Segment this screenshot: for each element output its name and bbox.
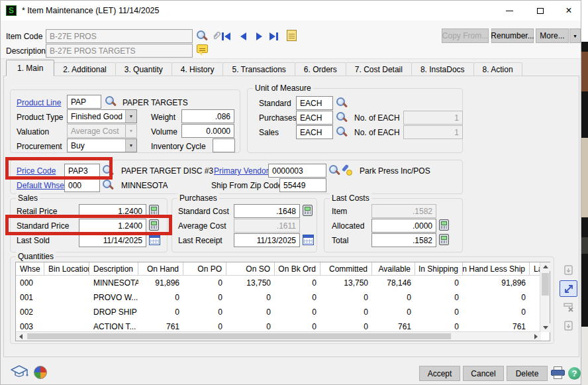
tab-additional[interactable]: 2. Additional bbox=[54, 62, 115, 76]
grid-horizontal-scrollbar[interactable] bbox=[16, 331, 541, 341]
grid-column-header[interactable]: Whse bbox=[16, 262, 44, 275]
grid-column-header[interactable]: Available bbox=[372, 262, 415, 275]
help-button[interactable]: ? bbox=[568, 367, 581, 380]
standard-price-calculator-icon[interactable] bbox=[149, 219, 159, 231]
training-button[interactable] bbox=[10, 364, 28, 383]
scroll-right-button[interactable] bbox=[531, 332, 541, 341]
nav-last-button[interactable] bbox=[267, 30, 280, 42]
tab-action[interactable]: 8. Action bbox=[473, 62, 522, 76]
tab-transactions[interactable]: 5. Transactions bbox=[222, 62, 295, 76]
uom-standard-lookup-icon[interactable] bbox=[336, 97, 348, 109]
grid-column-header[interactable]: On PO bbox=[183, 262, 226, 275]
nav-next-button[interactable] bbox=[252, 30, 266, 42]
uom-standard-field[interactable]: EACH bbox=[296, 96, 333, 110]
close-button[interactable]: × bbox=[556, 1, 582, 21]
last-cost-item-field[interactable]: .1582 bbox=[371, 204, 436, 218]
tab-main[interactable]: 1. Main bbox=[6, 60, 54, 76]
grid-column-header[interactable]: In Shipping bbox=[415, 262, 463, 275]
primary-vendor-lookup-icon[interactable] bbox=[329, 165, 340, 176]
cancel-button[interactable]: Cancel bbox=[463, 366, 504, 381]
description-field[interactable]: B-27E PROS TARGETS bbox=[46, 44, 193, 58]
standard-cost-field[interactable]: .1648 bbox=[234, 204, 300, 218]
retail-price-field[interactable]: 1.2400 bbox=[79, 204, 146, 218]
product-type-dropdown[interactable]: Finished Good▼ bbox=[67, 109, 137, 123]
grid-refresh-button[interactable] bbox=[560, 317, 577, 334]
price-code-field[interactable]: PAP3 bbox=[64, 164, 100, 178]
uom-sales-no-of-field[interactable]: 1 bbox=[403, 125, 463, 139]
default-whse-field[interactable]: 000 bbox=[64, 178, 100, 192]
product-line-link[interactable]: Product Line bbox=[17, 98, 61, 107]
vendor-flashlight-icon[interactable] bbox=[341, 164, 352, 175]
tab-orders[interactable]: 6. Orders bbox=[295, 62, 346, 76]
print-button[interactable] bbox=[550, 366, 566, 380]
total-calculator-icon[interactable] bbox=[439, 234, 449, 245]
primary-vendor-field[interactable]: 0000003 bbox=[268, 164, 326, 178]
last-receipt-field[interactable]: 11/13/2025 bbox=[234, 233, 300, 247]
renumber-button[interactable]: Renumber... bbox=[491, 28, 534, 43]
grid-column-header[interactable]: On Bk Ord bbox=[275, 262, 320, 275]
last-receipt-calendar-icon[interactable] bbox=[303, 235, 314, 245]
dropdown-arrow-icon[interactable]: ▼ bbox=[125, 110, 136, 123]
product-line-lookup-icon[interactable] bbox=[105, 96, 117, 107]
grid-column-header[interactable]: On Hand Less Ship bbox=[463, 262, 530, 275]
total-field[interactable]: .1582 bbox=[371, 233, 436, 247]
grid-paste-button[interactable] bbox=[560, 262, 577, 278]
allocated-field[interactable]: .0000 bbox=[371, 219, 436, 233]
ship-from-zip-field[interactable]: 55449 bbox=[279, 178, 326, 192]
grid-expand-button[interactable] bbox=[560, 280, 577, 297]
grid-row[interactable]: 000MINNESOTA91,896013,750013,75078,14609… bbox=[16, 276, 550, 290]
last-sold-field[interactable]: 11/14/2025 bbox=[79, 233, 146, 247]
nav-first-button[interactable] bbox=[219, 30, 232, 42]
default-whse-lookup-icon[interactable] bbox=[103, 180, 114, 191]
accept-button[interactable]: Accept bbox=[419, 366, 460, 381]
grid-column-header[interactable]: Committed bbox=[320, 262, 372, 275]
weight-field[interactable]: .086 bbox=[181, 109, 234, 123]
average-cost-field[interactable]: .1611 bbox=[234, 219, 300, 233]
grid-column-header[interactable]: On SO bbox=[226, 262, 275, 275]
price-code-link[interactable]: Price Code bbox=[17, 166, 56, 176]
more-button[interactable]: More... bbox=[536, 28, 569, 43]
uom-purchases-field[interactable]: EACH bbox=[296, 111, 333, 125]
minimize-button[interactable] bbox=[496, 1, 522, 21]
grid-column-header[interactable]: Description bbox=[89, 262, 138, 275]
tab-cost-detail[interactable]: 7. Cost Detail bbox=[346, 62, 412, 76]
retail-price-calculator-icon[interactable] bbox=[149, 205, 159, 216]
last-sold-calendar-icon[interactable] bbox=[149, 235, 160, 245]
procurement-dropdown[interactable]: Buy▼ bbox=[67, 138, 137, 152]
primary-vendor-link[interactable]: Primary Vendor bbox=[214, 166, 269, 176]
scroll-up-button[interactable] bbox=[540, 262, 550, 271]
inventory-cycle-field[interactable] bbox=[213, 138, 235, 152]
maximize-button[interactable] bbox=[527, 1, 554, 21]
copy-from-button[interactable]: Copy From... bbox=[442, 28, 489, 43]
nav-previous-button[interactable] bbox=[236, 30, 250, 42]
scroll-down-button[interactable] bbox=[540, 323, 550, 332]
uom-purchases-lookup-icon[interactable] bbox=[336, 112, 348, 123]
comment-bubble-icon[interactable] bbox=[197, 44, 208, 53]
dashboard-pie-icon[interactable] bbox=[34, 366, 47, 379]
standard-price-field[interactable]: 1.2400 bbox=[79, 219, 146, 233]
grid-row[interactable]: 002DROP SHIP00000000 bbox=[16, 305, 550, 319]
product-line-field[interactable]: PAP bbox=[67, 95, 101, 109]
item-code-field[interactable]: B-27E PROS bbox=[46, 29, 193, 43]
hscroll-thumb[interactable] bbox=[27, 333, 451, 339]
uom-sales-field[interactable]: EACH bbox=[296, 125, 333, 139]
volume-field[interactable]: 0.0000 bbox=[181, 124, 234, 138]
grid-row[interactable]: 001PROVO W...00000000 bbox=[16, 290, 550, 305]
grid-vertical-scrollbar[interactable] bbox=[540, 262, 550, 332]
grid-column-header[interactable]: Bin Location bbox=[44, 262, 89, 275]
tab-instadocs[interactable]: 8. InstaDocs bbox=[411, 62, 474, 76]
default-whse-link[interactable]: Default Whse bbox=[17, 181, 64, 190]
price-code-lookup-icon[interactable] bbox=[103, 165, 114, 176]
standard-cost-calculator-icon[interactable] bbox=[303, 205, 313, 216]
scroll-left-button[interactable] bbox=[16, 332, 26, 341]
grid-column-header[interactable]: On Hand bbox=[138, 262, 183, 275]
delete-button[interactable]: Delete bbox=[507, 366, 548, 381]
more-dropdown-arrow[interactable]: ▼ bbox=[569, 28, 581, 43]
grid-delete-row-button[interactable] bbox=[560, 299, 577, 315]
vscroll-thumb[interactable] bbox=[542, 273, 549, 296]
tab-quantity[interactable]: 3. Quantity bbox=[115, 62, 172, 76]
uom-purchases-no-of-field[interactable]: 1 bbox=[403, 111, 463, 125]
tab-history[interactable]: 4. History bbox=[172, 62, 224, 76]
memo-notepad-icon[interactable] bbox=[287, 30, 297, 41]
allocated-calculator-icon[interactable] bbox=[439, 219, 449, 231]
